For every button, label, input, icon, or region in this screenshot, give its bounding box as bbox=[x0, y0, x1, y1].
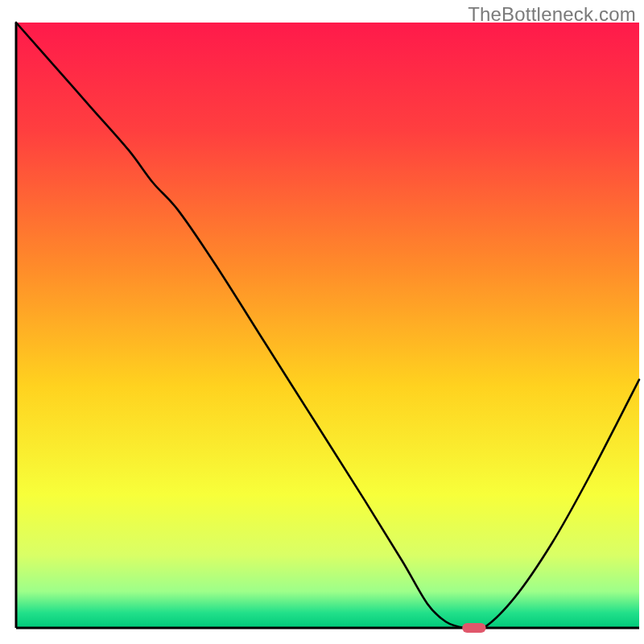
bottleneck-chart bbox=[0, 0, 644, 644]
optimal-marker bbox=[462, 623, 485, 633]
watermark-text: TheBottleneck.com bbox=[468, 3, 636, 26]
chart-frame: TheBottleneck.com bbox=[0, 0, 644, 644]
chart-background bbox=[16, 23, 639, 628]
